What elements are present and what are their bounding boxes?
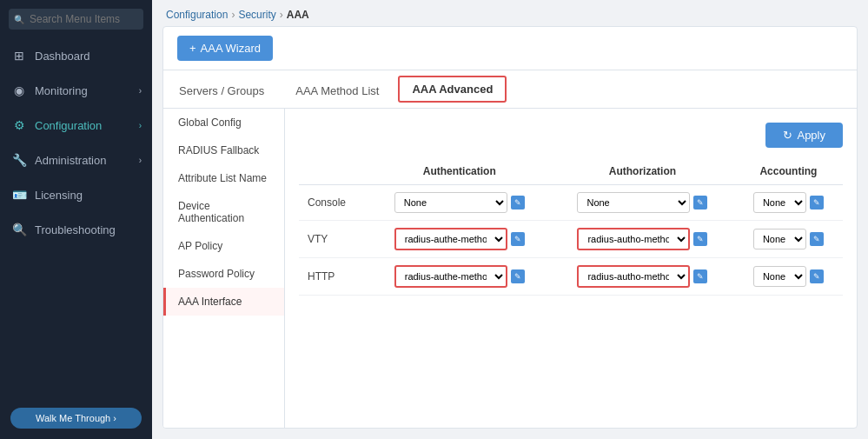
sidebar-item-dashboard[interactable]: ⊞ Dashboard <box>0 38 152 73</box>
col-header-authorization: Authorization <box>551 158 734 185</box>
sidebar-item-licensing[interactable]: 🪪 Licensing <box>0 177 152 212</box>
chevron-right-icon: › <box>139 156 142 165</box>
sidebar-item-configuration[interactable]: ⚙ Configuration › <box>0 108 152 143</box>
sidebar-search-wrap <box>0 0 152 38</box>
row-auth-http: radius-authe-method None ✎ <box>368 258 551 296</box>
edit-icon[interactable]: ✎ <box>693 232 707 246</box>
tab-label: Servers / Groups <box>179 84 264 97</box>
authz-select-console[interactable]: None radius-autho-method <box>577 192 690 213</box>
row-authz-vty: radius-autho-method None ✎ <box>551 221 734 258</box>
row-label-http: HTTP <box>299 258 368 296</box>
plus-icon: + <box>189 42 196 55</box>
troubleshooting-icon: 🔍 <box>10 221 28 238</box>
sidebar-nav: ⊞ Dashboard ◉ Monitoring › ⚙ Configurati… <box>0 38 152 397</box>
left-panel-item-aaa-interface[interactable]: AAA Interface <box>163 288 284 316</box>
left-panel-item-password-policy[interactable]: Password Policy <box>163 260 284 288</box>
aaa-wizard-label: AAA Wizard <box>201 42 261 55</box>
left-panel-item-device-authentication[interactable]: Device Authentication <box>163 192 284 232</box>
sidebar-item-label: Configuration <box>35 119 102 132</box>
top-actions-bar: + AAA Wizard <box>163 27 857 70</box>
auth-select-console[interactable]: None radius-authe-method <box>394 192 507 213</box>
apply-label: Apply <box>797 129 825 142</box>
tab-label: AAA Advanced <box>412 83 493 96</box>
authz-select-http[interactable]: radius-autho-method None <box>577 265 690 288</box>
acct-select-http[interactable]: None <box>753 266 806 287</box>
tab-servers-groups[interactable]: Servers / Groups <box>163 76 280 108</box>
sidebar-item-label: Administration <box>35 154 106 167</box>
breadcrumb-configuration[interactable]: Configuration <box>166 9 228 21</box>
walk-me-button[interactable]: Walk Me Through › <box>10 408 142 429</box>
col-header-accounting: Accounting <box>734 158 843 185</box>
left-panel-item-global-config[interactable]: Global Config <box>163 109 284 136</box>
edit-icon[interactable]: ✎ <box>511 196 525 210</box>
edit-icon[interactable]: ✎ <box>511 269 525 283</box>
edit-icon[interactable]: ✎ <box>511 232 525 246</box>
auth-select-vty[interactable]: radius-authe-method None <box>394 228 507 250</box>
search-input[interactable] <box>9 9 143 30</box>
acct-select-console[interactable]: None <box>753 192 806 213</box>
table-row: HTTP radius-authe-method None ✎ <box>299 258 843 296</box>
authz-select-vty[interactable]: radius-autho-method None <box>577 228 690 250</box>
edit-icon[interactable]: ✎ <box>693 196 707 210</box>
sidebar-footer: Walk Me Through › <box>0 397 152 439</box>
sidebar: ⊞ Dashboard ◉ Monitoring › ⚙ Configurati… <box>0 0 152 439</box>
configuration-icon: ⚙ <box>10 116 28 134</box>
sidebar-item-administration[interactable]: 🔧 Administration › <box>0 143 152 177</box>
monitoring-icon: ◉ <box>10 82 28 99</box>
content-card: + AAA Wizard Servers / Groups AAA Method… <box>162 26 858 429</box>
breadcrumb-security[interactable]: Security <box>238 9 275 21</box>
tab-label: AAA Method List <box>295 84 379 97</box>
tab-aaa-advanced[interactable]: AAA Advanced <box>398 76 507 103</box>
licensing-icon: 🪪 <box>10 186 28 203</box>
edit-icon[interactable]: ✎ <box>810 269 824 283</box>
apply-icon: ↻ <box>783 129 792 142</box>
row-acct-http: None ✎ <box>734 258 843 296</box>
row-auth-console: None radius-authe-method ✎ <box>368 185 551 221</box>
row-label-console: Console <box>299 185 368 221</box>
administration-icon: 🔧 <box>10 151 28 169</box>
tab-aaa-method-list[interactable]: AAA Method List <box>280 76 394 108</box>
edit-icon[interactable]: ✎ <box>810 232 824 246</box>
sidebar-item-monitoring[interactable]: ◉ Monitoring › <box>0 73 152 108</box>
left-panel-item-ap-policy[interactable]: AP Policy <box>163 232 284 260</box>
left-panel: Global Config RADIUS Fallback Attribute … <box>163 109 285 428</box>
col-header-authentication: Authentication <box>368 158 551 185</box>
table-row: VTY radius-authe-method None ✎ <box>299 221 843 258</box>
tab-bar: Servers / Groups AAA Method List AAA Adv… <box>163 70 857 109</box>
dashboard-icon: ⊞ <box>10 47 28 64</box>
breadcrumb-sep1: › <box>231 9 235 21</box>
row-label-vty: VTY <box>299 221 368 258</box>
chevron-right-icon: › <box>139 121 142 130</box>
edit-icon[interactable]: ✎ <box>810 196 824 210</box>
edit-icon[interactable]: ✎ <box>693 269 707 283</box>
row-acct-vty: None ✎ <box>734 221 843 258</box>
sidebar-item-label: Licensing <box>35 189 83 202</box>
left-panel-item-attribute-list-name[interactable]: Attribute List Name <box>163 164 284 192</box>
row-acct-console: None ✎ <box>734 185 843 221</box>
sidebar-item-troubleshooting[interactable]: 🔍 Troubleshooting <box>0 212 152 247</box>
col-header-empty <box>299 158 368 185</box>
sidebar-item-label: Dashboard <box>35 50 90 63</box>
chevron-right-icon: › <box>139 86 142 96</box>
breadcrumb: Configuration › Security › AAA <box>152 0 868 26</box>
sidebar-item-label: Monitoring <box>35 84 88 97</box>
aaa-table: Authentication Authorization Accounting … <box>299 158 843 296</box>
table-row: Console None radius-authe-method ✎ <box>299 185 843 221</box>
sidebar-item-label: Troubleshooting <box>35 223 116 236</box>
apply-button[interactable]: ↻ Apply <box>765 123 843 148</box>
auth-select-http[interactable]: radius-authe-method None <box>394 265 507 288</box>
content-body: Global Config RADIUS Fallback Attribute … <box>163 109 857 428</box>
row-authz-http: radius-autho-method None ✎ <box>551 258 734 296</box>
acct-select-vty[interactable]: None <box>753 229 806 249</box>
apply-bar: ↻ Apply <box>299 123 843 148</box>
breadcrumb-current: AAA <box>287 9 309 21</box>
row-auth-vty: radius-authe-method None ✎ <box>368 221 551 258</box>
aaa-wizard-button[interactable]: + AAA Wizard <box>177 36 273 61</box>
breadcrumb-sep2: › <box>280 9 283 21</box>
row-authz-console: None radius-autho-method ✎ <box>551 185 734 221</box>
main-content: Configuration › Security › AAA + AAA Wiz… <box>152 0 868 439</box>
left-panel-item-radius-fallback[interactable]: RADIUS Fallback <box>163 136 284 164</box>
table-area: ↻ Apply Authentication Authorization Acc… <box>285 109 857 428</box>
